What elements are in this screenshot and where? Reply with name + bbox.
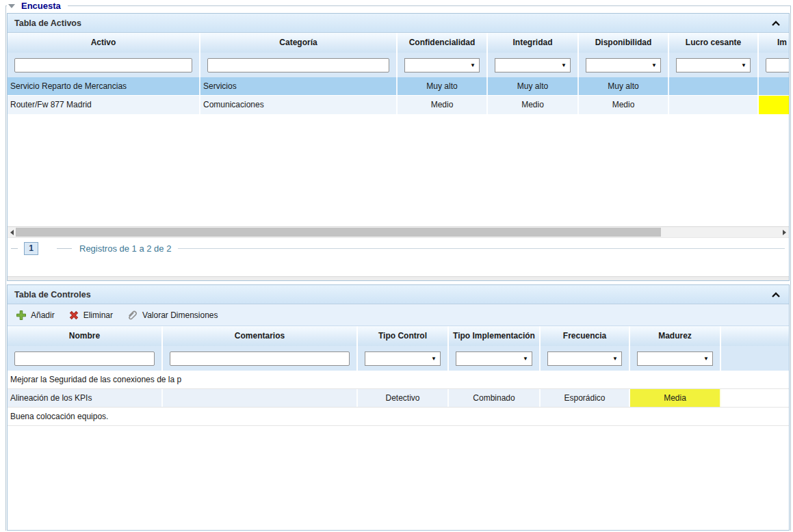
cell-integridad: Muy alto (488, 77, 579, 95)
cell-tipo-implementacion (449, 408, 541, 425)
cell-frecuencia (541, 371, 630, 388)
activos-table-row[interactable]: Servicio Reparto de Mercancias Servicios… (8, 77, 790, 96)
col-header-frecuencia[interactable]: Frecuencia (541, 326, 630, 346)
cell-nombre: Buena colocación equipos. (8, 408, 163, 425)
activos-empty-area (8, 114, 789, 226)
records-label: Registros de 1 a 2 de 2 (79, 243, 171, 254)
cell-impacto (759, 77, 790, 95)
cell-tipo-control (358, 408, 449, 425)
scroll-right-arrow-icon[interactable] (783, 230, 786, 235)
cell-comentarios (214, 371, 358, 388)
page-1-button[interactable]: 1 (24, 242, 38, 255)
cell-tipo-control (358, 371, 449, 388)
cell-confidencialidad: Muy alto (398, 77, 488, 95)
collapse-down-icon[interactable] (8, 4, 15, 8)
activo-filter-input[interactable] (14, 58, 192, 72)
nombre-filter-input[interactable] (14, 351, 155, 366)
scroll-left-arrow-icon[interactable] (10, 230, 14, 235)
cell-lucro-cesante (669, 77, 759, 95)
pagination-bar: 1 Registros de 1 a 2 de 2 (8, 238, 789, 258)
cell-categoria: Servicios (200, 77, 398, 95)
dropdown-arrow-icon: ▼ (561, 62, 567, 68)
controles-filter-row: ▼ ▼ ▼ ▼ (8, 346, 789, 371)
dropdown-arrow-icon: ▼ (741, 62, 746, 68)
madurez-filter-select[interactable]: ▼ (637, 351, 713, 366)
col-header-impacto[interactable]: Im (759, 33, 790, 53)
cell-madurez (630, 371, 721, 388)
cell-lucro-cesante (669, 96, 759, 114)
cell-disponibilidad: Medio (579, 96, 669, 114)
red-x-icon (68, 310, 79, 321)
col-header-comentarios[interactable]: Comentarios (163, 326, 358, 346)
delete-button[interactable]: Eliminar (66, 308, 116, 322)
controles-toolbar: Añadir Eliminar Valorar Dimensiones (8, 304, 789, 326)
col-header-integridad[interactable]: Integridad (488, 33, 579, 53)
controles-panel: Tabla de Controles Añadir Eliminar Valor… (7, 284, 790, 531)
col-header-lucro-cesante[interactable]: Lucro cesante (669, 33, 759, 53)
frecuencia-filter-select[interactable]: ▼ (547, 351, 622, 366)
pagination-line (178, 248, 785, 249)
paperclip-icon (127, 309, 138, 321)
integridad-filter-select[interactable]: ▼ (495, 58, 571, 72)
dropdown-arrow-icon: ▼ (523, 356, 528, 362)
col-header-disponibilidad[interactable]: Disponibilidad (579, 33, 669, 53)
col-header-tipo-control[interactable]: Tipo Control (358, 326, 449, 346)
controles-panel-header: Tabla de Controles (8, 285, 789, 304)
controles-table-row[interactable]: Buena colocación equipos. (8, 408, 789, 426)
controles-empty-area (8, 426, 789, 530)
cell-nombre: Mejorar la Seguridad de las conexiones d… (8, 371, 214, 388)
col-header-categoria[interactable]: Categoría (200, 33, 398, 53)
chevron-up-icon[interactable] (771, 291, 781, 298)
cell-activo: Servicio Reparto de Mercancias (8, 77, 200, 95)
cell-disponibilidad: Muy alto (579, 77, 669, 95)
dropdown-arrow-icon: ▼ (470, 62, 476, 68)
activos-filter-row: ▼ ▼ ▼ ▼ (8, 53, 790, 77)
controles-table-row[interactable]: Mejorar la Seguridad de las conexiones d… (8, 371, 789, 389)
col-header-confidencialidad[interactable]: Confidencialidad (398, 33, 488, 53)
cell-frecuencia (541, 408, 630, 425)
cell-comentarios (163, 389, 358, 407)
cell-madurez (630, 408, 721, 425)
impacto-filter-input[interactable] (766, 58, 790, 72)
scrollbar-thumb[interactable] (16, 228, 661, 237)
confidencialidad-filter-select[interactable]: ▼ (404, 58, 480, 72)
chevron-up-icon[interactable] (771, 20, 781, 27)
controles-panel-title: Tabla de Controles (14, 290, 91, 300)
pagination-dash (11, 248, 18, 249)
encuesta-legend: Encuesta (7, 0, 68, 12)
cell-tipo-control: Detectivo (358, 389, 449, 407)
col-header-activo[interactable]: Activo (8, 33, 200, 53)
encuesta-section: Encuesta Tabla de Activos Activo Categor… (5, 5, 791, 531)
tipo-implementacion-filter-select[interactable]: ▼ (456, 351, 532, 366)
activos-table-row[interactable]: Router/Fw 877 Madrid Comunicaciones Medi… (8, 96, 790, 114)
disponibilidad-filter-select[interactable]: ▼ (586, 58, 661, 72)
col-header-nombre[interactable]: Nombre (8, 326, 163, 346)
tipo-control-filter-select[interactable]: ▼ (365, 351, 441, 366)
cell-madurez-highlighted: Media (630, 389, 721, 407)
lucro-cesante-filter-select[interactable]: ▼ (676, 58, 751, 72)
categoria-filter-input[interactable] (207, 58, 389, 72)
cell-impacto-highlighted (759, 96, 790, 114)
col-header-madurez[interactable]: Madurez (630, 326, 721, 346)
cell-comentarios (163, 408, 358, 425)
encuesta-title: Encuesta (21, 1, 61, 11)
cell-categoria: Comunicaciones (200, 96, 398, 114)
valorar-dimensiones-button[interactable]: Valorar Dimensiones (124, 308, 221, 322)
activos-header-row: Activo Categoría Confidencialidad Integr… (8, 33, 790, 53)
cell-frecuencia: Esporádico (541, 389, 630, 407)
comentarios-filter-input[interactable] (170, 351, 350, 366)
activos-panel: Tabla de Activos Activo Categoría Confid… (7, 13, 790, 281)
cell-activo: Router/Fw 877 Madrid (8, 96, 200, 114)
dropdown-arrow-icon: ▼ (612, 356, 618, 362)
pagination-dash (57, 248, 72, 249)
dropdown-arrow-icon: ▼ (703, 356, 709, 362)
activos-panel-title: Tabla de Activos (14, 18, 81, 28)
col-header-tipo-implementacion[interactable]: Tipo Implementación (449, 326, 541, 346)
cell-integridad: Medio (488, 96, 579, 114)
activos-panel-header: Tabla de Activos (8, 14, 789, 33)
horizontal-scrollbar[interactable] (8, 226, 789, 238)
cell-nombre: Alineación de los KPIs (8, 389, 163, 407)
controles-table-row[interactable]: Alineación de los KPIs Detectivo Combina… (8, 389, 789, 408)
add-button[interactable]: Añadir (13, 308, 57, 322)
plus-icon (16, 310, 27, 321)
